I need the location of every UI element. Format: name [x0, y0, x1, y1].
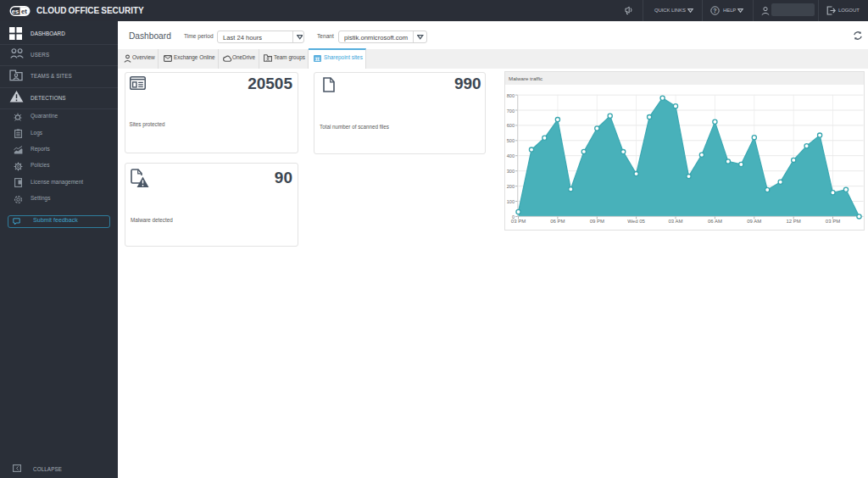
svg-text:es: es [12, 7, 19, 14]
svg-text:Wed 05: Wed 05 [627, 219, 645, 224]
svg-text:400: 400 [506, 153, 514, 158]
svg-text:03 PM: 03 PM [825, 219, 839, 224]
svg-text:?: ? [713, 8, 716, 14]
svg-text:06 PM: 06 PM [550, 219, 565, 224]
svg-text:500: 500 [506, 138, 514, 143]
svg-text:100: 100 [506, 199, 514, 204]
svg-text:09 AM: 09 AM [747, 219, 761, 224]
svg-text:03 PM: 03 PM [510, 219, 525, 224]
svg-text:09 PM: 09 PM [589, 219, 604, 224]
svg-text:03 AM: 03 AM [668, 219, 682, 224]
svg-text:et: et [21, 7, 27, 14]
svg-text:600: 600 [506, 123, 514, 128]
svg-text:200: 200 [506, 184, 514, 189]
svg-text:06 AM: 06 AM [707, 219, 721, 224]
svg-text:12 PM: 12 PM [786, 219, 800, 224]
svg-text:700: 700 [506, 108, 514, 114]
svg-text:800: 800 [506, 93, 514, 98]
svg-text:300: 300 [506, 169, 514, 174]
